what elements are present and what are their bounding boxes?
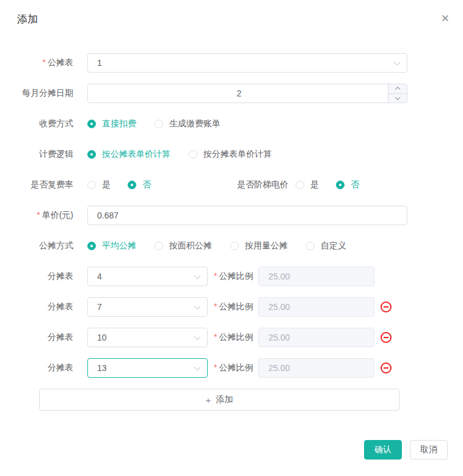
row-meter-table: *公摊表 1 bbox=[0, 53, 463, 73]
required-asterisk: * bbox=[214, 332, 217, 342]
radio-unchecked-icon bbox=[296, 181, 304, 189]
row-rate-flags: 是否复费率 是 否 是否阶梯电价 是 bbox=[0, 175, 463, 195]
radio-unchecked-icon bbox=[230, 242, 239, 250]
required-asterisk: * bbox=[214, 362, 217, 372]
allocation-meter-select[interactable]: 13 bbox=[87, 358, 208, 378]
billing-logic-label: 计费逻辑 bbox=[0, 149, 80, 160]
required-asterisk: * bbox=[37, 210, 40, 220]
radio-option-custom[interactable]: 自定义 bbox=[306, 240, 346, 251]
allocation-ratio-input bbox=[258, 297, 374, 317]
decrease-button[interactable] bbox=[388, 93, 407, 103]
radio-checked-icon bbox=[87, 120, 96, 128]
unit-price-input[interactable] bbox=[87, 206, 407, 225]
radio-option-by-shared-meter-price[interactable]: 按公摊表单价计算 bbox=[87, 149, 170, 160]
dialog-header: 添加 bbox=[0, 0, 463, 26]
radio-checked-icon bbox=[87, 242, 96, 250]
arrow-up-icon bbox=[395, 87, 400, 92]
allocation-row: 分摊表 13 *公摊比例 bbox=[0, 358, 463, 378]
radio-checked-icon bbox=[128, 181, 136, 189]
allocation-ratio-label: *公摊比例 bbox=[214, 271, 253, 282]
minus-circle-icon[interactable] bbox=[381, 332, 392, 343]
meter-table-label: *公摊表 bbox=[0, 57, 80, 68]
allocation-meter-label: 分摊表 bbox=[0, 271, 80, 282]
add-dialog: 添加 ✕ *公摊表 1 每月分摊日期 bbox=[0, 0, 463, 476]
radio-option-average-share[interactable]: 平均公摊 bbox=[87, 240, 136, 251]
allocation-meter-select[interactable]: 7 bbox=[87, 297, 208, 317]
radio-unchecked-icon bbox=[155, 120, 163, 128]
chevron-down-icon bbox=[194, 273, 201, 279]
radio-option-by-allocation-meter-price[interactable]: 按分摊表单价计算 bbox=[189, 149, 272, 160]
allocation-meter-value: 13 bbox=[97, 363, 107, 373]
allocation-meter-select[interactable]: 4 bbox=[87, 267, 208, 286]
increase-button[interactable] bbox=[388, 84, 407, 93]
tiered-price-label: 是否阶梯电价 bbox=[237, 179, 288, 190]
allocation-row: 分摊表 7 *公摊比例 bbox=[0, 297, 463, 317]
allocation-meter-label: 分摊表 bbox=[0, 362, 80, 373]
allocation-meter-select[interactable]: 10 bbox=[87, 328, 208, 347]
required-asterisk: * bbox=[43, 57, 46, 67]
minus-circle-icon[interactable] bbox=[381, 362, 392, 373]
share-date-number-input bbox=[87, 84, 407, 103]
allocation-meter-value: 4 bbox=[97, 272, 102, 281]
allocation-ratio-label: *公摊比例 bbox=[214, 301, 253, 312]
chevron-down-icon bbox=[194, 364, 201, 371]
radio-unchecked-icon bbox=[306, 242, 315, 250]
chevron-down-icon bbox=[194, 303, 201, 310]
row-billing-logic: 计费逻辑 按公摊表单价计算 按分摊表单价计算 bbox=[0, 145, 463, 164]
chevron-down-icon bbox=[194, 334, 201, 341]
allocation-ratio-label: *公摊比例 bbox=[214, 362, 253, 373]
radio-option-multi-rate-yes[interactable]: 是 bbox=[87, 179, 111, 190]
cancel-button[interactable]: 取消 bbox=[410, 440, 448, 460]
radio-checked-icon bbox=[87, 150, 96, 159]
multi-rate-radio-group: 是 否 bbox=[87, 179, 237, 190]
radio-option-generate-bill[interactable]: 生成缴费账单 bbox=[155, 118, 221, 129]
allocation-ratio-input bbox=[258, 267, 374, 286]
radio-unchecked-icon bbox=[155, 242, 163, 250]
radio-unchecked-icon bbox=[189, 150, 197, 159]
meter-table-select[interactable]: 1 bbox=[87, 53, 407, 73]
row-share-date: 每月分摊日期 bbox=[0, 84, 463, 103]
meter-table-select-value: 1 bbox=[97, 58, 102, 68]
plus-icon: + bbox=[206, 395, 211, 405]
allocation-meter-label: 分摊表 bbox=[0, 301, 80, 312]
radio-option-tiered-no[interactable]: 否 bbox=[336, 179, 359, 190]
allocation-ratio-label: *公摊比例 bbox=[214, 332, 253, 343]
required-asterisk: * bbox=[214, 301, 217, 311]
row-share-method: 公摊方式 平均公摊 按面积公摊 按用量公摊 自定义 bbox=[0, 236, 463, 256]
share-method-label: 公摊方式 bbox=[0, 240, 80, 251]
dialog-title: 添加 bbox=[17, 13, 38, 25]
arrow-down-icon bbox=[395, 95, 400, 99]
unit-price-label: *单价(元) bbox=[0, 210, 80, 221]
number-spinner bbox=[388, 84, 407, 103]
allocation-row: 分摊表 10 *公摊比例 bbox=[0, 328, 463, 347]
charge-method-label: 收费方式 bbox=[0, 118, 80, 129]
allocation-meter-label: 分摊表 bbox=[0, 332, 80, 343]
share-date-input[interactable] bbox=[87, 84, 407, 103]
radio-option-by-area[interactable]: 按面积公摊 bbox=[155, 240, 212, 251]
close-icon[interactable]: ✕ bbox=[439, 11, 452, 26]
radio-unchecked-icon bbox=[87, 181, 96, 189]
required-asterisk: * bbox=[214, 271, 217, 281]
radio-option-by-usage[interactable]: 按用量公摊 bbox=[230, 240, 288, 251]
radio-option-tiered-yes[interactable]: 是 bbox=[296, 179, 319, 190]
confirm-button[interactable]: 确认 bbox=[364, 440, 402, 460]
radio-option-multi-rate-no[interactable]: 否 bbox=[128, 179, 151, 190]
add-form: *公摊表 1 每月分摊日期 bbox=[0, 53, 463, 411]
chevron-down-icon bbox=[394, 59, 401, 66]
share-date-label: 每月分摊日期 bbox=[0, 88, 80, 99]
row-charge-method: 收费方式 直接扣费 生成缴费账单 bbox=[0, 114, 463, 134]
allocation-ratio-input bbox=[258, 358, 374, 378]
minus-circle-icon[interactable] bbox=[381, 301, 392, 312]
allocation-meter-value: 7 bbox=[97, 302, 102, 312]
allocation-meter-value: 10 bbox=[97, 333, 107, 342]
dialog-footer: 确认 取消 bbox=[364, 440, 448, 460]
radio-option-direct-deduct[interactable]: 直接扣费 bbox=[87, 118, 136, 129]
multi-rate-label: 是否复费率 bbox=[0, 179, 80, 190]
row-unit-price: *单价(元) bbox=[0, 206, 463, 225]
radio-checked-icon bbox=[336, 181, 345, 189]
allocation-ratio-input bbox=[258, 328, 374, 347]
add-allocation-label: 添加 bbox=[216, 394, 233, 405]
add-allocation-button[interactable]: + 添加 bbox=[39, 389, 399, 411]
allocation-row: 分摊表 4 *公摊比例 bbox=[0, 267, 463, 286]
